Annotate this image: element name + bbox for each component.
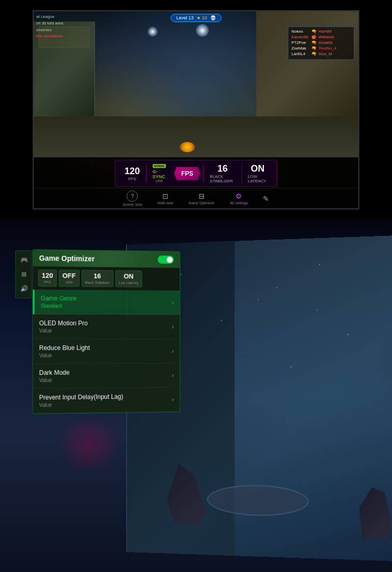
table-row: ZoeMak🔫TredNo_4: [291, 46, 351, 51]
chevron-right-icon-5: ›: [172, 396, 174, 403]
fps-stat: 120 FPS: [119, 165, 145, 182]
mini-latency-label: Low Latency: [118, 281, 138, 284]
ground: [34, 116, 358, 157]
side-icons-panel: 🎮 ⊞ 🔊: [15, 250, 32, 298]
mini-black-label: Black Stabilizer: [85, 281, 110, 284]
kill-feed: at League ch 30 kills wins enemies the c…: [36, 14, 63, 40]
black-stabilizer-label: Black Stabilizer: [210, 174, 235, 183]
crosshair: +: [257, 297, 259, 302]
mini-fps-label: FPS: [44, 280, 51, 284]
muzzle-flash: [180, 142, 195, 152]
particle: [221, 320, 222, 321]
light-1: [148, 27, 158, 37]
menu-item-input-lag-value: Value: [39, 400, 174, 408]
game-optimizer-label: Game Optimizer: [188, 201, 214, 205]
edit-icon: ✎: [263, 195, 269, 203]
light-2: [196, 24, 209, 37]
side-icon-volume[interactable]: 🔊: [18, 282, 30, 295]
gsync-text: G-SYNC: [153, 169, 166, 179]
mini-stat-fps: 120 FPS: [38, 270, 57, 287]
side-icon-gamepad[interactable]: 🎮: [18, 254, 30, 266]
table-row: P72Poe🔫GreatNi: [291, 40, 351, 45]
game-optimizer-control[interactable]: ⊟ Game Optimizer: [188, 192, 214, 205]
panel-toggle[interactable]: [158, 255, 174, 264]
game-screen-top: at League ch 30 kills wins enemies the c…: [33, 10, 359, 209]
side-icon-grid[interactable]: ⊞: [18, 268, 30, 280]
marker: E: [316, 308, 318, 312]
menu-item-oled-motion[interactable]: OLED Motion Pro Value ›: [33, 315, 180, 340]
menu-item-reduce-blue-light-title: Reduce Blue Light: [39, 344, 174, 352]
mini-vrr-label: VRR: [65, 280, 73, 284]
particle: [290, 367, 291, 368]
control-bar: ? Screen Size ⊡ Multi-view ⊟ Game Optimi…: [34, 188, 358, 208]
multi-view-icon: ⊡: [162, 192, 168, 200]
all-settings-control[interactable]: ⚙ All Settings: [230, 192, 248, 205]
menu-item-dark-mode[interactable]: Dark Mode Value ›: [33, 363, 180, 389]
menu-item-input-lag-title: Prevent Input Delay(Input Lag): [39, 393, 174, 401]
bottom-section: + E 🎮 ⊞ 🔊 Game Optimizer 120 FPS OFF VRR: [0, 220, 392, 572]
mini-vrr-value: OFF: [62, 272, 76, 279]
nvidia-logo: NVIDIA: [153, 164, 166, 168]
stat-divider-3: [241, 164, 242, 182]
stats-bar: 120 FPS NVIDIA G-SYNC VRR FPS 16 Black S…: [115, 160, 277, 187]
chevron-right-icon-4: ›: [172, 372, 174, 379]
menu-item-dark-mode-title: Dark Mode: [39, 368, 174, 376]
menu-item-input-lag[interactable]: Prevent Input Delay(Input Lag) Value ›: [33, 388, 180, 414]
menu-item-game-genre[interactable]: Game Genre Standard ›: [33, 290, 180, 315]
mini-stat-vrr: OFF VRR: [59, 270, 79, 287]
menu-item-reduce-blue-light-value: Value: [39, 352, 174, 359]
mini-black-value: 16: [85, 272, 110, 280]
multi-view-label: Multi-view: [157, 201, 173, 205]
screen-size-icon: ?: [127, 190, 138, 202]
multi-view-control[interactable]: ⊡ Multi-view: [157, 192, 173, 205]
black-stabilizer-stat: 16 Black Stabilizer: [205, 162, 240, 184]
all-settings-icon: ⚙: [235, 192, 242, 200]
menu-item-dark-mode-value: Value: [39, 376, 174, 383]
table-row: Lar6IL4🔫Sice_M: [291, 52, 351, 56]
screen-size-control[interactable]: ? Screen Size: [123, 190, 142, 206]
panel-title: Game Optimizer: [39, 254, 95, 263]
hud-bottom: 120 FPS NVIDIA G-SYNC VRR FPS 16 Black S…: [34, 157, 358, 208]
panel-header: Game Optimizer: [33, 250, 180, 268]
menu-item-game-genre-value: Standard: [41, 303, 174, 309]
chevron-right-icon-2: ›: [172, 323, 174, 330]
menu-item-oled-motion-value: Value: [39, 328, 174, 333]
low-latency-label: Low Latency: [248, 174, 267, 183]
low-latency-value: ON: [251, 163, 264, 174]
chevron-right-icon: ›: [172, 299, 174, 306]
menu-section: Game Genre Standard › OLED Motion Pro Va…: [33, 290, 180, 414]
screen-size-label: Screen Size: [123, 203, 142, 206]
star-count: ★ 10: [197, 15, 207, 20]
black-stabilizer-value: 16: [217, 163, 228, 174]
game-optimizer-icon: ⊟: [199, 192, 205, 200]
table-row: Karren56🍎William0: [291, 35, 351, 39]
skull-icon: 💀: [210, 15, 216, 20]
stat-divider: [146, 164, 146, 182]
particle: [319, 264, 320, 265]
all-settings-label: All Settings: [230, 201, 248, 205]
fps-badge: FPS: [174, 167, 200, 180]
fps-value: 120: [125, 166, 140, 177]
mini-stats-bar: 120 FPS OFF VRR 16 Black Stabilizer ON L…: [33, 266, 180, 291]
mini-latency-value: ON: [118, 272, 138, 280]
level-text: Level 13: [176, 15, 193, 20]
scoreboard: Nokes🔫HarNM Karren56🍎William0 P72Poe🔫Gre…: [288, 27, 354, 60]
mini-stat-black: 16 Black Stabilizer: [82, 270, 113, 287]
table-row: Nokes🔫HarNM: [291, 29, 351, 34]
fps-label: FPS: [128, 177, 136, 181]
stat-divider-2: [203, 164, 204, 182]
mini-stat-latency: ON Low Latency: [115, 270, 142, 287]
gsync-sub: VRR: [156, 179, 163, 183]
rocks-left: [167, 463, 206, 525]
menu-item-reduce-blue-light[interactable]: Reduce Blue Light Value ›: [33, 339, 180, 364]
top-section: at League ch 30 kills wins enemies the c…: [0, 0, 392, 220]
optimizer-panel: Game Optimizer 120 FPS OFF VRR 16 Black …: [32, 249, 180, 414]
mini-fps-value: 120: [42, 272, 53, 279]
gsync-stat: NVIDIA G-SYNC VRR: [148, 163, 171, 184]
chevron-right-icon-3: ›: [172, 347, 174, 354]
particle: [180, 274, 181, 275]
low-latency-stat: ON Low Latency: [243, 162, 273, 184]
menu-item-oled-motion-title: OLED Motion Pro: [39, 320, 174, 327]
edit-control[interactable]: ✎: [263, 195, 269, 203]
menu-item-game-genre-title: Game Genre: [41, 295, 174, 302]
